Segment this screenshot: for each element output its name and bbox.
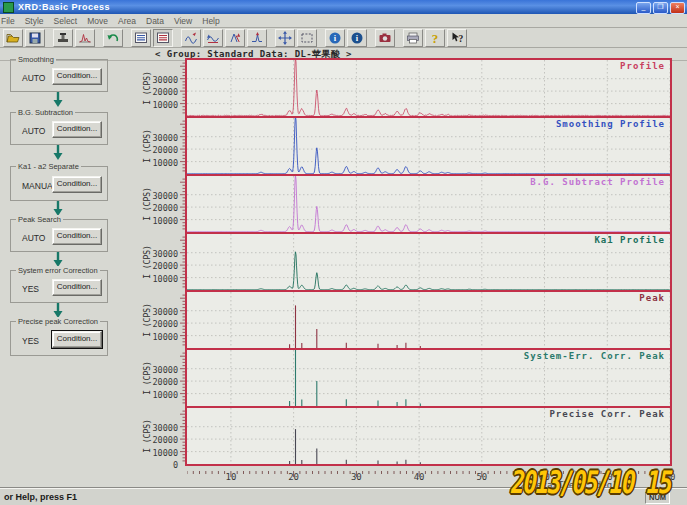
menu-item-style[interactable]: Style [20,16,49,26]
y-axis-ticks [180,176,185,232]
step-b-g-subtraction: B.G. SubtractionAUTOCondition... [10,112,108,145]
x-tick-label: 40 [404,472,434,482]
svg-text:?: ? [458,34,463,44]
camera-icon [378,31,392,45]
condition-button-precise-peak-correction[interactable]: Condition... [52,331,102,348]
panel-label-smoothing-profile: Smoothing Profile [556,119,665,129]
y-axis-ticks [180,60,185,116]
undo-button[interactable] [103,29,123,47]
condition-button-smoothing[interactable]: Condition... [52,68,102,85]
save-button[interactable] [25,29,45,47]
app-icon [3,2,14,13]
y-tick-label: 30000 [132,423,178,433]
move-icon [278,31,292,45]
move-button[interactable] [275,29,295,47]
menu-item-move[interactable]: Move [82,16,113,26]
menu-item-view[interactable]: View [169,16,197,26]
bg-subtract-tool-button[interactable] [203,29,223,47]
y-tick-label: 30000 [132,365,178,375]
layout-list-button[interactable] [131,29,151,47]
step-mode-value: AUTO [22,233,45,243]
panel-ka1-profile: Ka1 Profile [185,232,672,292]
step-label: Precise peak Correction [16,317,100,326]
y-tick-label: 20000 [132,377,178,387]
camera-date-stamp: 2013/05/10 15 [511,464,673,500]
panel-b-g-subtract-profile: B.G. Subtract Profile [185,174,672,234]
panel-peak: Peak [185,290,672,350]
menu-item-data[interactable]: Data [141,16,169,26]
y-tick-label: 30000 [132,75,178,85]
info-data-icon: i [328,31,342,45]
layout-list-icon [134,31,148,45]
step-label: Ka1 - a2 Separate [16,162,81,171]
profile-chart-area: Profile100002000030000I (CPS)Smoothing P… [130,58,687,489]
panel-label-precise-corr-peak: Precise Corr. Peak [549,409,665,419]
close-button[interactable]: × [670,2,685,14]
camera-button[interactable] [375,29,395,47]
menu-item-help[interactable]: Help [197,16,224,26]
toolbar-separator [318,30,324,46]
y-axis-ticks [180,350,185,406]
y-tick-label: 10000 [132,100,178,110]
profile-chart-button[interactable] [75,29,95,47]
smooth-tool-icon [184,31,198,45]
step-label: Smoothing [16,55,56,64]
step-mode-value: YES [22,284,39,294]
peak-search-tool-button[interactable] [247,29,267,47]
condition-button-peak-search[interactable]: Condition... [52,228,102,245]
y-tick-label: 0 [132,460,178,470]
smooth-tool-button[interactable] [181,29,201,47]
toolbar-separator [174,30,180,46]
x-tick-label: 20 [279,472,309,482]
y-axis-title: I (CPS) [143,245,152,279]
y-tick-label: 20000 [132,319,178,329]
open-button[interactable] [3,29,23,47]
menu-item-area[interactable]: Area [113,16,141,26]
status-help-text: or Help, press F1 [4,492,77,502]
condition-button-system-error-correction[interactable]: Condition... [52,279,102,296]
minimize-button[interactable]: _ [636,2,651,14]
title-bar: XRD:Basic Process _ ❐ × [0,0,687,14]
panel-plot-svg [187,292,670,348]
y-tick-label: 20000 [132,87,178,97]
y-axis-title: I (CPS) [143,129,152,163]
toolbar: ii?? [0,28,687,48]
toolbar-separator [124,30,130,46]
toolbar-separator [368,30,374,46]
y-axis-title: I (CPS) [143,419,152,453]
step-mode-value: AUTO [22,73,45,83]
y-tick-label: 10000 [132,274,178,284]
panel-label-peak: Peak [639,293,665,303]
step-mode-value: YES [22,336,39,346]
y-axis-ticks [180,292,185,348]
toolbar-separator [46,30,52,46]
step-precise-peak-correction: Precise peak CorrectionYESCondition... [10,321,108,356]
y-axis-ticks [180,118,185,174]
step-system-error-correction: System error CorrectionYESCondition... [10,270,108,303]
info-data-button[interactable]: i [325,29,345,47]
select-area-button[interactable] [297,29,317,47]
y-axis-title: I (CPS) [143,71,152,105]
step-mode-value: AUTO [22,126,45,136]
condition-button-b-g-subtraction[interactable]: Condition... [52,121,102,138]
panel-smoothing-profile: Smoothing Profile [185,116,672,176]
info-view-button[interactable]: i [347,29,367,47]
ka1-separate-tool-button[interactable] [225,29,245,47]
y-tick-label: 20000 [132,261,178,271]
menu-item-select[interactable]: Select [49,16,83,26]
layout-list-active-button[interactable] [153,29,173,47]
panel-label-system-err-corr-peak: System-Err. Corr. Peak [524,351,665,361]
x-tick-label: 50 [467,472,497,482]
menu-item-file[interactable]: File [0,16,20,26]
help-button[interactable]: ? [425,29,445,47]
condition-button-ka1-a2-separate[interactable]: Condition... [52,176,102,193]
y-tick-label: 10000 [132,448,178,458]
diffractometer-button[interactable] [53,29,73,47]
print-button[interactable] [403,29,423,47]
peak-search-tool-icon [250,31,264,45]
restore-button[interactable]: ❐ [653,2,668,14]
save-icon [28,31,42,45]
ka1-separate-tool-icon [228,31,242,45]
context-help-button[interactable]: ? [447,29,467,47]
layout-list-active-icon [156,31,170,45]
